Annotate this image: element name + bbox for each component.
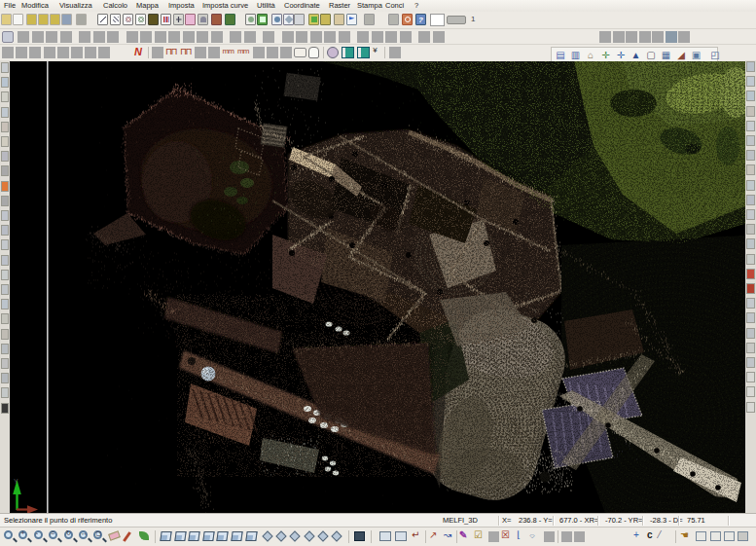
svg-text:Y: Y bbox=[14, 478, 18, 485]
